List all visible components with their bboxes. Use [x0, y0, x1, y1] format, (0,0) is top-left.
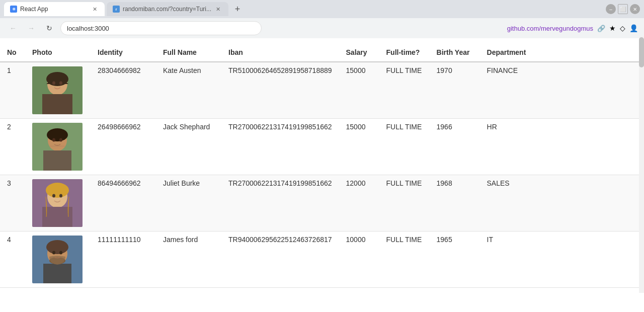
svg-point-9 — [47, 128, 68, 141]
cell-fullname: Kate Austen — [156, 62, 221, 119]
col-identity: Identity — [91, 43, 156, 62]
url-input[interactable]: localhost:3000 — [60, 21, 262, 35]
col-department: Department — [480, 43, 644, 62]
bookmark-icon[interactable]: ★ — [609, 24, 616, 32]
svg-rect-8 — [43, 150, 71, 171]
scrollbar[interactable] — [639, 36, 644, 293]
tab-randomiban[interactable]: r randomiban.com/?country=Turi... ✕ — [107, 2, 228, 16]
cell-no: 1 — [0, 62, 25, 119]
cell-salary: 15000 — [339, 119, 379, 175]
tab-favicon-random: r — [113, 6, 120, 13]
cell-fullname: James ford — [156, 231, 221, 288]
cell-no: 4 — [0, 231, 25, 288]
cell-photo — [25, 231, 91, 288]
employee-photo — [32, 236, 83, 283]
close-button[interactable]: ✕ — [630, 4, 640, 14]
employee-table: No Photo Identity Full Name Iban Salary … — [0, 43, 644, 288]
cell-fulltime: FULL TIME — [379, 175, 430, 231]
profile-icon[interactable]: 👤 — [629, 24, 638, 32]
cell-identity: 11111111110 — [91, 231, 156, 288]
address-bar: ← → ↻ localhost:3000 github.com/mervegun… — [0, 18, 644, 38]
cell-birthyear: 1965 — [430, 231, 480, 288]
scrollbar-thumb[interactable] — [639, 37, 644, 67]
cell-iban: TR270006221317419199851662 — [221, 119, 339, 175]
svg-point-22 — [46, 240, 68, 254]
svg-point-4 — [52, 82, 55, 85]
svg-rect-12 — [50, 145, 65, 147]
table-row: 1 28304666982 Kate Austen TR510006264652… — [0, 62, 644, 119]
cell-iban: TR940006295622512463726817 — [221, 231, 339, 288]
employee-photo — [32, 66, 83, 114]
col-salary: Salary — [339, 43, 379, 62]
cell-birthyear: 1968 — [430, 175, 480, 231]
svg-rect-21 — [43, 264, 71, 283]
tab-react-app[interactable]: ⚛ React App ✕ — [4, 2, 105, 16]
svg-point-17 — [52, 194, 55, 198]
cell-identity: 86494666962 — [91, 175, 156, 231]
minimize-button[interactable]: – — [606, 4, 616, 14]
table-header-row: No Photo Identity Full Name Iban Salary … — [0, 43, 644, 62]
employee-photo — [32, 179, 83, 227]
extensions-icon[interactable]: ◇ — [620, 24, 625, 32]
reload-button[interactable]: ↻ — [42, 21, 56, 35]
external-link-icon[interactable]: 🔗 — [597, 25, 605, 32]
new-tab-button[interactable]: + — [230, 2, 245, 16]
table-row: 3 86494666962 Juliet Burke TR27000622131… — [0, 175, 644, 231]
svg-point-16 — [46, 183, 69, 198]
cell-photo — [25, 175, 91, 231]
col-photo: Photo — [25, 43, 91, 62]
cell-no: 3 — [0, 175, 25, 231]
employee-photo — [32, 123, 83, 171]
cell-fulltime: FULL TIME — [379, 119, 430, 175]
svg-point-11 — [59, 138, 62, 142]
maximize-button[interactable]: ⬜ — [618, 4, 628, 14]
cell-photo — [25, 62, 91, 119]
tab-bar: ⚛ React App ✕ r randomiban.com/?country=… — [0, 0, 644, 18]
cell-fulltime: FULL TIME — [379, 62, 430, 119]
svg-rect-2 — [42, 94, 72, 114]
svg-point-10 — [52, 138, 55, 142]
cell-department: FINANCE — [480, 62, 644, 119]
github-link[interactable]: github.com/mervegundogmus — [507, 25, 593, 32]
cell-salary: 15000 — [339, 62, 379, 119]
col-fullname: Full Name — [156, 43, 221, 62]
cell-identity: 28304666982 — [91, 62, 156, 119]
cell-identity: 26498666962 — [91, 119, 156, 175]
tab-label-random: randomiban.com/?country=Turi... — [123, 6, 211, 13]
cell-salary: 10000 — [339, 231, 379, 288]
tab-close-random[interactable]: ✕ — [214, 5, 222, 13]
svg-point-24 — [59, 251, 62, 255]
cell-fulltime: FULL TIME — [379, 231, 430, 288]
cell-no: 2 — [0, 119, 25, 175]
cell-fullname: Jack Shephard — [156, 119, 221, 175]
tab-close-react[interactable]: ✕ — [91, 5, 99, 13]
table-row: 4 11111111110 James ford TR9400062956225… — [0, 231, 644, 288]
col-no: No — [0, 43, 25, 62]
cell-iban: TR270006221317419199851662 — [221, 175, 339, 231]
page-content: No Photo Identity Full Name Iban Salary … — [0, 38, 644, 293]
cell-fullname: Juliet Burke — [156, 175, 221, 231]
cell-salary: 12000 — [339, 175, 379, 231]
svg-point-18 — [59, 194, 62, 198]
cell-birthyear: 1970 — [430, 62, 480, 119]
col-iban: Iban — [221, 43, 339, 62]
tab-label-react: React App — [20, 6, 48, 13]
cell-iban: TR510006264652891958718889 — [221, 62, 339, 119]
back-button[interactable]: ← — [6, 21, 20, 35]
cell-department: HR — [480, 119, 644, 175]
col-birthyear: Birth Year — [430, 43, 480, 62]
forward-button[interactable]: → — [24, 21, 38, 35]
cell-birthyear: 1966 — [430, 119, 480, 175]
svg-point-23 — [52, 251, 55, 255]
cell-department: IT — [480, 231, 644, 288]
url-text: localhost:3000 — [67, 25, 109, 32]
table-row: 2 26498666962 Jack Shephard TR2700062213… — [0, 119, 644, 175]
cell-department: SALES — [480, 175, 644, 231]
cell-photo — [25, 119, 91, 175]
col-fulltime: Full-time? — [379, 43, 430, 62]
tab-favicon-react: ⚛ — [10, 6, 17, 13]
svg-point-5 — [59, 82, 62, 85]
